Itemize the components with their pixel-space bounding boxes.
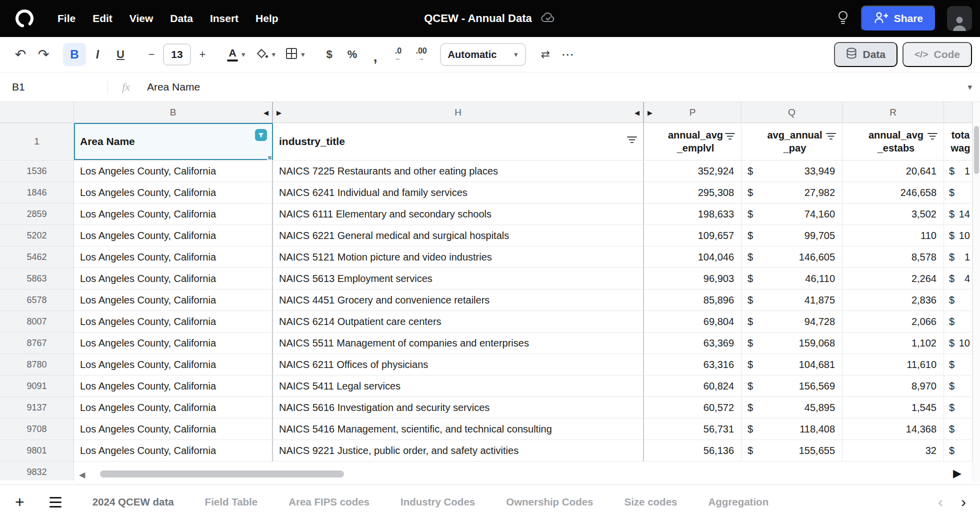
cell-annual-avg-estabs[interactable]: 1,102 (842, 332, 944, 354)
add-sheet-button[interactable]: + (15, 494, 24, 510)
cell-annual-avg-estabs[interactable]: 8,578 (842, 246, 944, 268)
selected-cell-b1[interactable]: Area Name (74, 123, 273, 160)
menu-insert[interactable]: Insert (202, 8, 247, 30)
cell-annual-avg-estabs[interactable]: 2,264 (842, 268, 944, 290)
row-number[interactable]: 9708 (0, 418, 74, 440)
hidden-cols-collapse-right-icon[interactable]: ▶ (276, 108, 282, 116)
cell-total-wages-partial[interactable]: $ (944, 354, 972, 376)
header-annual-avg-emplvl[interactable]: annual_avg_emplvl (644, 123, 742, 160)
undo-button[interactable]: ↶ (9, 43, 32, 66)
formula-input[interactable]: Area Name (147, 81, 200, 93)
menu-help[interactable]: Help (247, 8, 287, 30)
hscroll-left-arrow[interactable]: ◀ (79, 470, 85, 480)
cell-avg-annual-pay[interactable]: $ 27,982 (742, 182, 842, 204)
sync-arrows-button[interactable]: ⇄ (534, 43, 557, 66)
cell-industry-title[interactable]: NAICS 6241 Individual and family service… (273, 182, 644, 204)
sheets-menu-icon[interactable] (50, 497, 62, 508)
cell-industry-title[interactable]: NAICS 5511 Management of companies and e… (273, 332, 644, 354)
document-title[interactable]: QCEW - Annual Data (424, 12, 532, 25)
name-box[interactable]: B1 (0, 81, 108, 93)
menu-view[interactable]: View (121, 8, 162, 30)
decrease-font-button[interactable]: − (140, 43, 163, 66)
cell-area-name[interactable]: Los Angeles County, California (74, 246, 273, 268)
cell-area-name[interactable]: Los Angeles County, California (74, 354, 273, 376)
cell-avg-annual-pay[interactable]: $ 155,655 (742, 440, 842, 462)
cell-area-name[interactable]: Los Angeles County, California (74, 376, 273, 397)
header-annual-avg-estabs[interactable]: annual_avg_estabs (842, 123, 944, 160)
cell-annual-avg-emplvl[interactable]: 60,824 (644, 376, 742, 397)
cell-area-name[interactable]: Los Angeles County, California (74, 440, 273, 462)
thousands-separator-button[interactable]: , (364, 43, 387, 66)
app-logo-icon[interactable] (13, 7, 36, 30)
increase-font-button[interactable]: + (191, 43, 214, 66)
cell-total-wages-partial[interactable]: $ (944, 182, 972, 204)
percent-format-button[interactable]: % (341, 43, 364, 66)
cell-annual-avg-estabs[interactable]: 3,502 (842, 204, 944, 225)
vertical-scrollbar-thumb[interactable] (974, 126, 979, 174)
hscroll-right-arrow[interactable]: ▶ (953, 467, 962, 480)
column-header-h[interactable]: ▶ H ◀ (273, 102, 644, 122)
cell-annual-avg-emplvl[interactable]: 295,308 (644, 182, 742, 204)
cell-annual-avg-estabs[interactable]: 8,970 (842, 376, 944, 397)
cell-industry-title[interactable]: NAICS 9221 Justice, public order, and sa… (273, 440, 644, 462)
cell-annual-avg-emplvl[interactable]: 63,316 (644, 354, 742, 376)
cell-area-name[interactable]: Los Angeles County, California (74, 204, 273, 225)
cell-avg-annual-pay[interactable]: $ 156,569 (742, 376, 842, 397)
number-format-select[interactable]: Automatic ▾ (440, 43, 526, 66)
hidden-cols-collapse-left-icon[interactable]: ◀ (634, 108, 640, 116)
row-number[interactable]: 5202 (0, 225, 74, 246)
cell-annual-avg-estabs[interactable]: 2,066 (842, 311, 944, 332)
cell-annual-avg-estabs[interactable]: 110 (842, 225, 944, 246)
borders-button[interactable]: ▾ (280, 43, 310, 66)
filter-active-icon[interactable] (255, 129, 267, 141)
cell-industry-title[interactable]: NAICS 4451 Grocery and convenience retai… (273, 290, 644, 311)
cell-total-wages-partial[interactable]: $ 1 (944, 160, 972, 182)
more-options-button[interactable]: ⋯ (557, 43, 580, 66)
menu-file[interactable]: File (49, 8, 84, 30)
cell-annual-avg-emplvl[interactable]: 56,731 (644, 418, 742, 440)
row-number[interactable]: 8007 (0, 311, 74, 332)
cell-annual-avg-emplvl[interactable]: 85,896 (644, 290, 742, 311)
row-number[interactable]: 1 (0, 123, 74, 160)
column-header-q[interactable]: Q (742, 102, 842, 122)
tab-field-table[interactable]: Field Table (205, 496, 258, 508)
column-header-b[interactable]: B ◀ (74, 102, 273, 122)
row-number[interactable]: 9832 (0, 462, 74, 480)
bold-button[interactable]: B (63, 43, 86, 66)
cell-industry-title[interactable]: NAICS 6111 Elementary and secondary scho… (273, 204, 644, 225)
code-view-button[interactable]: </> Code (902, 42, 972, 67)
cell-area-name[interactable]: Los Angeles County, California (74, 290, 273, 311)
data-view-button[interactable]: Data (834, 42, 898, 67)
filter-icon[interactable] (725, 130, 735, 143)
tab-industry-codes[interactable]: Industry Codes (400, 496, 475, 508)
fill-color-button[interactable]: ▾ (250, 43, 281, 66)
cell-annual-avg-estabs[interactable]: 11,610 (842, 354, 944, 376)
cell-total-wages-partial[interactable]: $ (944, 376, 972, 397)
currency-format-button[interactable]: $ (318, 43, 341, 66)
header-total-wages-partial[interactable]: totawag (944, 123, 972, 160)
row-number[interactable]: 2859 (0, 204, 74, 225)
cell-industry-title[interactable]: NAICS 6214 Outpatient care centers (273, 311, 644, 332)
column-header-partial[interactable] (944, 102, 972, 122)
cell-total-wages-partial[interactable]: $ 10 (944, 225, 972, 246)
cell-total-wages-partial[interactable]: $ (944, 397, 972, 418)
cell-avg-annual-pay[interactable]: $ 104,681 (742, 354, 842, 376)
cell-annual-avg-emplvl[interactable]: 63,369 (644, 332, 742, 354)
cell-industry-title[interactable]: NAICS 6211 Offices of physicians (273, 354, 644, 376)
cell-industry-title[interactable]: NAICS 5121 Motion picture and video indu… (273, 246, 644, 268)
cell-total-wages-partial[interactable]: $ 10 (944, 332, 972, 354)
cell-total-wages-partial[interactable]: $ (944, 290, 972, 311)
menu-data[interactable]: Data (162, 8, 202, 30)
cell-annual-avg-estabs[interactable]: 20,641 (842, 160, 944, 182)
cell-avg-annual-pay[interactable]: $ 46,110 (742, 268, 842, 290)
font-size-value[interactable]: 13 (163, 44, 191, 66)
row-number[interactable]: 8780 (0, 354, 74, 376)
cell-annual-avg-estabs[interactable]: 14,368 (842, 418, 944, 440)
cell-avg-annual-pay[interactable]: $ 45,895 (742, 397, 842, 418)
filter-icon[interactable] (826, 130, 836, 143)
cell-annual-avg-emplvl[interactable]: 104,046 (644, 246, 742, 268)
row-number[interactable]: 5462 (0, 246, 74, 268)
tab-aggregation[interactable]: Aggregation (708, 496, 768, 508)
italic-button[interactable]: I (86, 43, 109, 66)
cell-industry-title[interactable]: NAICS 7225 Restaurants and other eating … (273, 160, 644, 182)
